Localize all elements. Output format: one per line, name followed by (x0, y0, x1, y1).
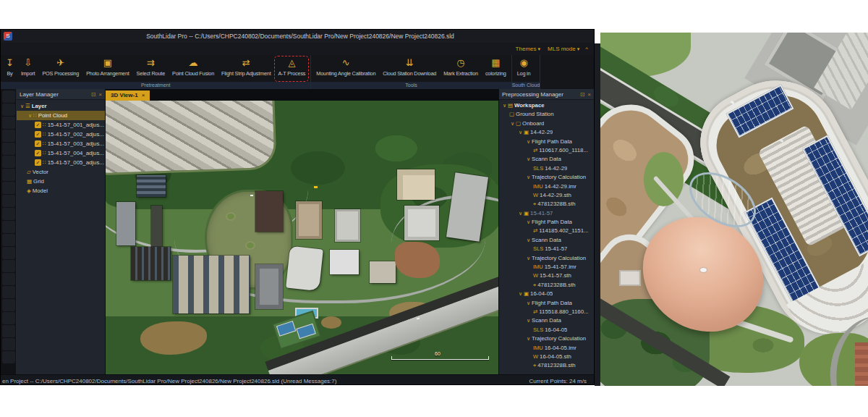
expander-icon[interactable]: ∨ (27, 111, 33, 120)
side-tool-button[interactable] (2, 221, 15, 233)
side-tool-button[interactable] (2, 130, 15, 142)
ribbon-button[interactable]: ⇄ Flight Strip Adjustment (218, 56, 274, 82)
expander-icon[interactable]: ∨ (525, 316, 532, 325)
checkbox[interactable]: ✓ (35, 150, 41, 156)
tree-row[interactable]: W 15-41-57.sth (499, 271, 594, 280)
tree-row[interactable]: SLS 14-42-29 (499, 164, 594, 173)
tab-close-icon[interactable]: × (142, 90, 145, 101)
expander-icon[interactable]: ∨ (525, 334, 532, 343)
tree-row[interactable]: ▦ Grid (17, 177, 105, 186)
tree-row[interactable]: ∨ Flight Path Data (499, 138, 594, 146)
tree-row[interactable]: ∨ ☰ Layer (17, 101, 105, 111)
ribbon-button[interactable]: ◬ A-T Process (274, 56, 309, 82)
ribbon-button[interactable]: ⇉ Select Route (133, 56, 169, 82)
tree-row[interactable]: ∨ ▣ 16-04-05 (499, 290, 594, 298)
tab-3d-view-1[interactable]: 3D View-1 × (106, 90, 150, 101)
side-tool-button[interactable] (2, 312, 15, 324)
checkbox[interactable]: ✓ (35, 140, 41, 147)
side-tool-button[interactable] (2, 234, 15, 246)
side-tool-button[interactable] (2, 338, 15, 350)
menu-dropdown[interactable]: MLS mode▾ (548, 46, 579, 52)
tree-row[interactable]: ∨ ▤ Workspace (499, 101, 594, 110)
tree-row[interactable]: ∨ Flight Path Data (499, 299, 594, 308)
ribbon-button[interactable]: ∿ Mounting Angle Calibration (312, 56, 379, 82)
tree-row[interactable]: ✓ ∷ 15-41-57_003_adjus... (17, 139, 105, 148)
side-tool-button[interactable] (2, 143, 15, 155)
map-viewport-3d-view[interactable]: 60 (106, 101, 498, 374)
tree-row[interactable]: ⌖ 47812328B.sth (499, 200, 594, 208)
side-tool-button[interactable] (2, 208, 15, 220)
tree-row[interactable]: W 14-42-29.sth (499, 191, 594, 200)
tree-row[interactable]: ∨ Trajectory Calculation (499, 173, 594, 182)
tree-row[interactable]: ◈ Model (17, 186, 105, 195)
expander-icon[interactable]: ∨ (517, 209, 524, 218)
pin-icon[interactable]: ⊡ (91, 91, 96, 98)
close-icon[interactable]: × (587, 91, 591, 98)
tree-row[interactable]: ∨ ▣ 14-42-29 (499, 128, 594, 137)
tree-row[interactable]: SLS 15-41-57 (499, 245, 594, 253)
checkbox[interactable]: ✓ (35, 122, 41, 128)
close-icon[interactable]: × (98, 91, 102, 98)
ribbon-button[interactable]: ☁ Point Cloud Fusion (169, 56, 218, 82)
expander-icon[interactable]: ∨ (517, 290, 524, 298)
ribbon-button[interactable]: ▦ colorizing (482, 56, 510, 82)
tree-row[interactable]: IMU 14-42-29.imr (499, 182, 594, 191)
ribbon-button[interactable]: ↧ By (2, 56, 17, 82)
tree-row[interactable]: ✓ ∷ 15-41-57_001_adjus... (17, 120, 105, 130)
tree-row[interactable]: ✓ ∷ 15-41-57_002_adjus... (17, 130, 105, 139)
side-tool-button[interactable] (2, 351, 15, 363)
side-tool-button[interactable] (2, 273, 15, 285)
tree-row[interactable]: ∨ Trajectory Calculation (499, 254, 594, 263)
tree-row[interactable]: IMU 15-41-57.imr (499, 263, 594, 271)
tree-row[interactable]: ⇄ 114185.402_1151... (499, 227, 594, 235)
side-tool-button[interactable] (2, 299, 15, 311)
ribbon-button[interactable]: ⇊ Cloud Station Download (379, 56, 440, 82)
tree-row[interactable]: ∨ ▣ 15-41-57 (499, 209, 594, 218)
side-tool-button[interactable] (2, 117, 15, 129)
tree-row[interactable]: ✓ ∷ 15-41-57_004_adjus... (17, 148, 105, 158)
expander-icon[interactable]: ∨ (525, 218, 532, 227)
tree-row[interactable]: ⌖ 47812328B.sth (499, 361, 594, 370)
side-tool-button[interactable] (2, 182, 15, 194)
ribbon-button[interactable]: ▣ Photo Arrangement (82, 56, 132, 82)
tree-row[interactable]: W 16-04-05.sth (499, 353, 594, 361)
expander-icon[interactable]: ∨ (525, 138, 532, 146)
ribbon-button[interactable]: ✈ POS Processing (38, 56, 82, 82)
tree-row[interactable]: ⌖ 47812328B.sth (499, 281, 594, 290)
expander-icon[interactable]: ∨ (509, 119, 516, 128)
tree-row[interactable]: ∨ ∷ Point Cloud (17, 111, 105, 120)
side-tool-button[interactable] (2, 104, 15, 116)
expander-icon[interactable]: ∨ (19, 101, 25, 111)
side-tool-button[interactable] (2, 286, 15, 298)
side-tool-button[interactable] (2, 169, 15, 181)
tree-row[interactable]: ∨ ▢ Onboard (499, 119, 594, 128)
tree-row[interactable]: ▱ Vector (17, 167, 105, 177)
expander-icon[interactable]: ∨ (525, 299, 532, 308)
pin-icon[interactable]: ⊡ (580, 91, 585, 98)
checkbox[interactable]: ✓ (35, 131, 41, 138)
tree-row[interactable]: ▢ Ground Station (499, 110, 594, 119)
expander-icon[interactable]: ∨ (525, 236, 532, 245)
side-tool-button[interactable] (2, 247, 15, 259)
side-tool-button[interactable] (2, 156, 15, 168)
expander-icon[interactable]: ∨ (525, 155, 532, 164)
expander-icon[interactable]: ∨ (501, 101, 508, 110)
expander-icon[interactable]: ∨ (525, 254, 532, 263)
side-tool-button[interactable] (2, 195, 15, 207)
expander-icon[interactable]: ∨ (525, 173, 532, 182)
tree-row[interactable]: ∨ Scann Data (499, 155, 594, 164)
side-tool-button[interactable] (2, 260, 15, 272)
menu-dropdown[interactable]: Themes▾ (516, 46, 540, 52)
tree-row[interactable]: ⇄ 115518.880_1160... (499, 308, 594, 316)
tree-row[interactable]: IMU 16-04-05.imr (499, 344, 594, 353)
side-tool-button[interactable] (2, 325, 15, 337)
tree-row[interactable]: ∨ Scann Data (499, 236, 594, 245)
side-tool-button[interactable] (2, 90, 15, 103)
ribbon-button[interactable]: ◷ Mark Extraction (440, 56, 482, 82)
tree-row[interactable]: ✓ ∷ 15-41-57_005_adjus... (17, 158, 105, 167)
checkbox[interactable]: ✓ (35, 159, 41, 166)
ribbon-button[interactable]: ⇩ Import (17, 56, 38, 82)
tree-row[interactable]: ∨ Flight Path Data (499, 218, 594, 227)
tree-row[interactable]: ⇄ 110617.600_1118... (499, 146, 594, 155)
tree-row[interactable]: ∨ Scann Data (499, 316, 594, 325)
